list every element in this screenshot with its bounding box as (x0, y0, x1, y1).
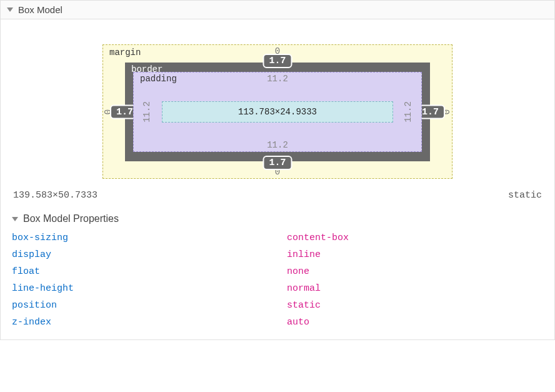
properties-title: Box Model Properties (23, 213, 119, 224)
summary-size: 139.583×50.7333 (13, 190, 98, 201)
summary-position: static (508, 190, 542, 201)
property-name: display (12, 249, 287, 260)
property-name: position (12, 300, 287, 311)
box-model-body: margin 0 0 0 0 border 1.7 1.7 1.7 1.7 pa… (1, 19, 554, 339)
properties-header[interactable]: Box Model Properties (12, 209, 543, 229)
property-value: normal (287, 283, 321, 294)
padding-left-value[interactable]: 11.2 (142, 101, 152, 123)
summary-row: 139.583×50.7333 static (12, 186, 543, 209)
property-row[interactable]: line-height normal (12, 280, 543, 297)
margin-label: margin (109, 48, 141, 58)
property-value: auto (287, 317, 309, 328)
padding-right-value[interactable]: 11.2 (403, 101, 413, 123)
property-value: static (287, 300, 321, 311)
property-value: inline (287, 249, 321, 260)
property-name: float (12, 266, 287, 277)
property-row[interactable]: box-sizing content-box (12, 229, 543, 246)
border-top-value[interactable]: 1.7 (262, 54, 292, 68)
box-model-diagram: margin 0 0 0 0 border 1.7 1.7 1.7 1.7 pa… (12, 31, 543, 186)
padding-label: padding (140, 74, 177, 84)
property-row[interactable]: float none (12, 263, 543, 280)
padding-top-value[interactable]: 11.2 (267, 74, 288, 84)
margin-layer[interactable]: margin 0 0 0 0 border 1.7 1.7 1.7 1.7 pa… (102, 44, 452, 179)
section-title: Box Model (18, 4, 62, 15)
property-value: none (287, 266, 309, 277)
property-name: z-index (12, 317, 287, 328)
property-row[interactable]: position static (12, 297, 543, 314)
collapse-icon (7, 8, 13, 12)
border-layer[interactable]: border 1.7 1.7 1.7 1.7 padding 11.2 11.2… (125, 63, 430, 161)
property-row[interactable]: display inline (12, 246, 543, 263)
content-layer[interactable]: 113.783×24.9333 (162, 101, 393, 123)
property-name: line-height (12, 283, 287, 294)
padding-bottom-value[interactable]: 11.2 (267, 140, 288, 150)
property-name: box-sizing (12, 233, 287, 243)
property-row[interactable]: z-index auto (12, 314, 543, 331)
property-value: content-box (287, 233, 349, 243)
box-model-header[interactable]: Box Model (1, 1, 554, 19)
collapse-icon (12, 217, 18, 221)
border-bottom-value[interactable]: 1.7 (262, 156, 292, 170)
properties-list: box-sizing content-box display inline fl… (12, 229, 543, 331)
box-model-panel: Box Model margin 0 0 0 0 border 1.7 1.7 … (0, 0, 555, 340)
content-size: 113.783×24.9333 (238, 107, 317, 117)
padding-layer[interactable]: padding 11.2 11.2 11.2 11.2 113.783×24.9… (133, 72, 422, 152)
